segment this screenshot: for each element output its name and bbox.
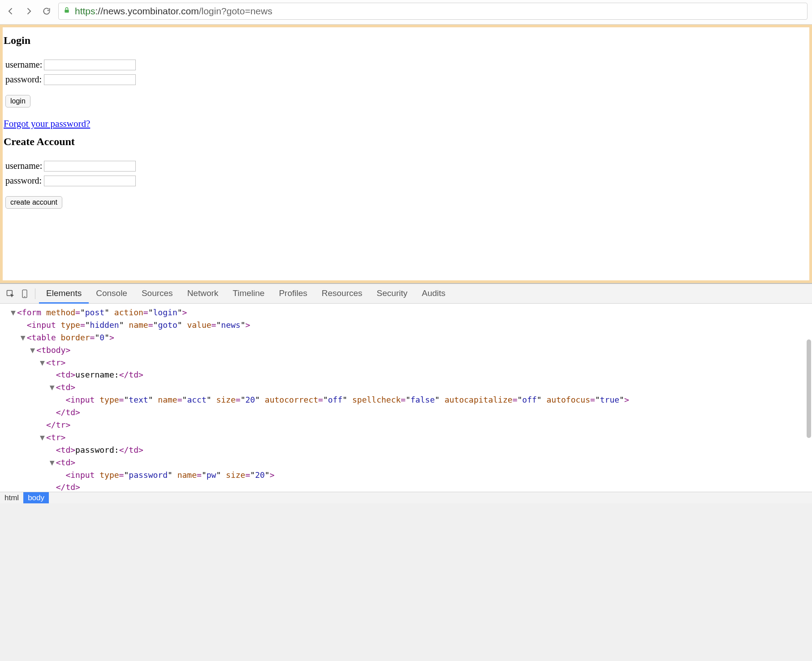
inspect-element-icon[interactable] [4,288,16,300]
source-line[interactable]: </td> [11,406,812,419]
source-line[interactable]: <input type="hidden" name="goto" value="… [11,319,812,331]
source-line[interactable]: <input type="password" name="pw" size="2… [11,469,812,481]
forgot-password-link[interactable]: Forgot your password? [4,118,90,129]
elements-breadcrumb: htmlbody [0,492,812,503]
url-host: ://news.ycombinator.com [95,6,199,16]
url-scheme: https [75,6,95,16]
devtools-tab-console[interactable]: Console [89,284,134,304]
scrollbar-thumb[interactable] [807,339,811,438]
create-password-input[interactable] [44,176,136,186]
browser-toolbar: https://news.ycombinator.com/login?goto=… [0,0,812,25]
devtools-panel: ElementsConsoleSourcesNetworkTimelinePro… [0,283,812,503]
breadcrumb-html[interactable]: html [0,492,23,503]
create-account-button[interactable]: create account [5,196,62,209]
create-account-heading: Create Account [4,136,809,148]
source-line[interactable]: ▼ <tr> [11,431,812,444]
source-line[interactable]: <input type="text" name="acct" size="20"… [11,394,812,406]
devtools-tab-bar: ElementsConsoleSourcesNetworkTimelinePro… [0,284,812,304]
elements-panel[interactable]: ▼ <form method="post" action="login"> <i… [0,304,812,492]
devtools-tab-sources[interactable]: Sources [134,284,180,304]
login-form: username: password: [5,57,138,87]
source-line[interactable]: ▼ <tbody> [11,344,812,356]
login-password-input[interactable] [44,74,136,85]
login-button[interactable]: login [5,95,30,107]
source-line[interactable]: ▼ <td> [11,381,812,394]
device-toggle-icon[interactable] [19,288,30,300]
reload-button[interactable] [40,5,53,17]
devtools-tab-security[interactable]: Security [370,284,415,304]
devtools-tab-network[interactable]: Network [180,284,226,304]
login-password-label: password: [5,72,44,87]
create-username-label: username: [5,159,44,173]
source-line[interactable]: ▼ <table border="0"> [11,331,812,344]
source-line[interactable]: ▼ <td> [11,456,812,469]
source-line[interactable]: <td>password:</td> [11,444,812,456]
login-username-input[interactable] [44,60,136,70]
create-account-form: username: password: [5,159,138,188]
source-line[interactable]: </td> [11,481,812,492]
devtools-tab-audits[interactable]: Audits [415,284,453,304]
source-line[interactable]: ▼ <form method="post" action="login"> [11,306,812,319]
url-path: /login?goto=news [199,6,272,16]
address-bar[interactable]: https://news.ycombinator.com/login?goto=… [58,3,808,20]
forward-button[interactable] [22,5,35,17]
source-line[interactable]: <td>username:</td> [11,369,812,381]
breadcrumb-body[interactable]: body [23,492,49,503]
devtools-tab-timeline[interactable]: Timeline [225,284,272,304]
login-username-label: username: [5,57,44,72]
source-line[interactable]: </tr> [11,419,812,431]
lock-icon [63,7,70,16]
url-text: https://news.ycombinator.com/login?goto=… [75,6,272,17]
create-username-input[interactable] [44,161,136,172]
devtools-tab-elements[interactable]: Elements [39,284,89,304]
devtools-tab-profiles[interactable]: Profiles [272,284,314,304]
devtools-tab-resources[interactable]: Resources [315,284,370,304]
devtools-separator [35,288,35,299]
page-viewport: Login username: password: login Forgot y… [0,25,812,283]
source-line[interactable]: ▼ <tr> [11,356,812,369]
back-button[interactable] [4,5,17,17]
svg-rect-0 [65,10,69,13]
create-password-label: password: [5,173,44,188]
page-body: Login username: password: login Forgot y… [3,27,809,280]
login-heading: Login [4,34,809,47]
